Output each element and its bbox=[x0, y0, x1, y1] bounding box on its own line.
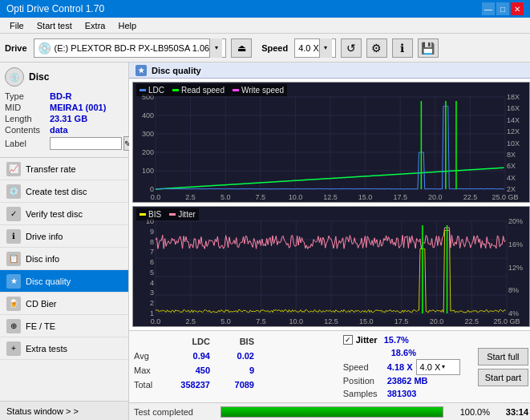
stats-total-row: Total 358237 7089 bbox=[134, 378, 337, 392]
stats-bis-header: BIS bbox=[210, 337, 254, 346]
speed-selector[interactable]: 4.0 X ▾ bbox=[294, 38, 336, 58]
sidebar-item-drive-info[interactable]: ℹ Drive info bbox=[0, 225, 128, 248]
stats-max-label: Max bbox=[134, 365, 166, 375]
menu-start-test[interactable]: Start test bbox=[30, 19, 79, 32]
speed-dropdown-arrow[interactable]: ▾ bbox=[319, 38, 332, 58]
cd-bier-icon: 🍺 bbox=[6, 297, 21, 311]
sidebar-item-label: CD Bier bbox=[26, 299, 57, 309]
disc-label-row: Label ✎ bbox=[5, 136, 123, 151]
stats-total-ldc: 358237 bbox=[166, 380, 210, 390]
sidebar-item-fe-te[interactable]: ⊕ FE / TE bbox=[0, 315, 128, 337]
menu-file[interactable]: File bbox=[3, 19, 30, 32]
verify-test-disc-icon: ✓ bbox=[6, 207, 21, 221]
chart-title: Disc quality bbox=[152, 66, 201, 75]
time-display: 33:14 bbox=[496, 407, 528, 417]
ldc-color bbox=[140, 89, 146, 91]
sidebar-item-cd-bier[interactable]: 🍺 CD Bier bbox=[0, 293, 128, 315]
bis-color bbox=[140, 213, 146, 216]
disc-type-row: Type BD-R bbox=[5, 91, 123, 101]
sidebar-item-extra-tests[interactable]: + Extra tests bbox=[0, 337, 128, 360]
sidebar-item-create-test-disc[interactable]: 💿 Create test disc bbox=[0, 180, 128, 203]
read-speed-label: Read speed bbox=[181, 86, 225, 95]
label-input[interactable] bbox=[50, 137, 122, 150]
stats-total-label: Total bbox=[134, 380, 166, 390]
stats-header-row: LDC BIS bbox=[134, 334, 337, 349]
jitter-header-row: ✓ Jitter 15.7% bbox=[343, 334, 471, 345]
jitter-label: Jitter bbox=[178, 210, 196, 219]
status-window-label: Status window > > bbox=[6, 406, 79, 416]
create-test-disc-icon: 💿 bbox=[6, 184, 21, 199]
settings-button[interactable]: ⚙ bbox=[366, 38, 387, 58]
sidebar-item-label: FE / TE bbox=[26, 321, 55, 331]
disc-type-val: BD-R bbox=[50, 91, 72, 101]
sidebar-item-transfer-rate[interactable]: 📈 Transfer rate bbox=[0, 158, 128, 180]
jitter-legend-item: Jitter bbox=[169, 210, 196, 219]
disc-length-key: Length bbox=[5, 114, 50, 123]
disc-mid-key: MID bbox=[5, 103, 50, 112]
drive-icon: 💿 bbox=[38, 42, 51, 55]
status-text: Test completed bbox=[134, 407, 214, 417]
title-bar: Opti Drive Control 1.70 — □ ✕ bbox=[0, 0, 530, 18]
stats-total-bis: 7089 bbox=[210, 380, 254, 390]
position-key: Position bbox=[343, 376, 387, 386]
menu-help[interactable]: Help bbox=[111, 19, 143, 32]
write-speed-color bbox=[233, 89, 239, 91]
speed-key: Speed bbox=[343, 362, 387, 372]
ldc-chart: LDC Read speed Write speed bbox=[132, 82, 530, 203]
extra-tests-icon: + bbox=[6, 341, 21, 356]
bis-label: BIS bbox=[148, 210, 161, 219]
close-button[interactable]: ✕ bbox=[511, 2, 524, 15]
sidebar-item-disc-info[interactable]: 📋 Disc info bbox=[0, 248, 128, 270]
eject-button[interactable]: ⏏ bbox=[231, 38, 252, 58]
bis-legend-item: BIS bbox=[140, 210, 161, 219]
speed-dropdown-val: 4.0 X bbox=[420, 362, 441, 372]
status-bar: Test completed 100.0% 33:14 bbox=[129, 402, 530, 420]
speed-row: Speed 4.18 X 4.0 X ▾ bbox=[343, 360, 471, 374]
info-button[interactable]: ℹ bbox=[392, 38, 413, 58]
disc-type-key: Type bbox=[5, 91, 50, 101]
stats-max-bis: 9 bbox=[210, 365, 254, 375]
drive-selector[interactable]: 💿 (E:) PLEXTOR BD-R PX-LB950SA 1.06 ▾ bbox=[34, 38, 227, 58]
sidebar-item-label: Extra tests bbox=[26, 344, 67, 353]
sidebar-item-label: Verify test disc bbox=[26, 209, 83, 219]
jitter-checkbox[interactable]: ✓ bbox=[343, 335, 353, 345]
fe-te-icon: ⊕ bbox=[6, 319, 21, 333]
chart2-legend: BIS Jitter bbox=[136, 208, 199, 220]
disc-length-row: Length 23.31 GB bbox=[5, 114, 123, 123]
status-window-button[interactable]: Status window > > bbox=[0, 401, 128, 420]
disc-header: 💿 Disc bbox=[5, 67, 123, 87]
sidebar-item-verify-test-disc[interactable]: ✓ Verify test disc bbox=[0, 203, 128, 225]
drive-label: Drive bbox=[5, 43, 27, 53]
maximize-button[interactable]: □ bbox=[496, 2, 509, 15]
stats-table: LDC BIS Avg 0.94 0.02 Max 450 9 Total 35… bbox=[134, 334, 337, 399]
start-part-button[interactable]: Start part bbox=[478, 369, 528, 386]
progress-percentage: 100.0% bbox=[450, 407, 490, 417]
chart-header: ★ Disc quality bbox=[129, 63, 530, 79]
ldc-legend-item: LDC bbox=[140, 86, 164, 95]
chart1-legend: LDC Read speed Write speed bbox=[136, 84, 287, 96]
minimize-button[interactable]: — bbox=[482, 2, 495, 15]
start-full-button[interactable]: Start full bbox=[478, 348, 528, 365]
disc-panel: 💿 Disc Type BD-R MID MEIRA1 (001) Length… bbox=[0, 63, 128, 158]
speed-dropdown[interactable]: 4.0 X ▾ bbox=[416, 359, 460, 375]
toolbar: Drive 💿 (E:) PLEXTOR BD-R PX-LB950SA 1.0… bbox=[0, 34, 530, 63]
jitter-label-text: Jitter bbox=[356, 335, 378, 345]
drive-info-icon: ℹ bbox=[6, 229, 21, 244]
samples-key: Samples bbox=[343, 389, 387, 398]
stats-panel: LDC BIS Avg 0.94 0.02 Max 450 9 Total 35… bbox=[129, 330, 530, 402]
disc-contents-key: Contents bbox=[5, 125, 50, 135]
speed-current-val: 4.18 X bbox=[387, 362, 413, 372]
write-speed-legend-item: Write speed bbox=[233, 86, 284, 95]
save-button[interactable]: 💾 bbox=[418, 38, 439, 58]
disc-title: Disc bbox=[29, 71, 49, 83]
progress-bar-container bbox=[220, 406, 443, 418]
sidebar-item-label: Drive info bbox=[26, 232, 63, 241]
read-speed-color bbox=[172, 89, 179, 91]
transfer-rate-icon: 📈 bbox=[6, 162, 21, 176]
menu-extra[interactable]: Extra bbox=[79, 19, 112, 32]
jitter-max-val: 18.6% bbox=[391, 348, 416, 357]
refresh-button[interactable]: ↺ bbox=[341, 38, 362, 58]
sidebar-item-disc-quality[interactable]: ★ Disc quality bbox=[0, 270, 128, 293]
drive-dropdown-arrow[interactable]: ▾ bbox=[209, 38, 222, 58]
sidebar-item-label: Disc quality bbox=[26, 277, 71, 286]
